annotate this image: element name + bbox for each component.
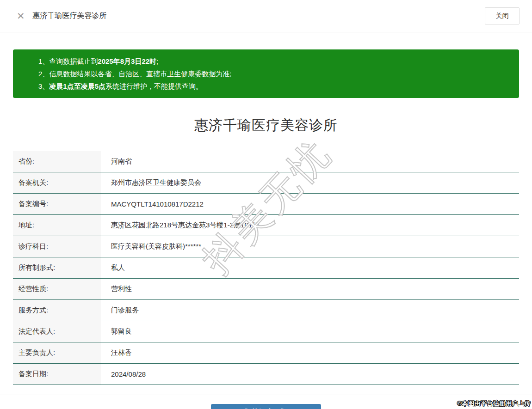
- row-label: 备案编号:: [13, 194, 101, 215]
- table-row: 法定代表人:郭留良: [13, 321, 519, 342]
- table-row: 服务方式:门诊服务: [13, 300, 519, 321]
- footer-divider: [0, 395, 532, 395]
- row-label: 备案机关:: [13, 172, 101, 194]
- row-value: 私人: [101, 257, 519, 279]
- notice-box: 1、查询数据截止到2025年8月3日22时; 2、信息数据结果以各省、自治区、直…: [13, 49, 519, 98]
- notice-line-3-bold: 凌晨1点至凌晨5点: [49, 82, 105, 90]
- clinic-title: 惠济千瑜医疗美容诊所: [0, 116, 532, 135]
- table-row: 主要负责人:汪林香: [13, 342, 519, 364]
- row-label: 经营性质:: [13, 279, 101, 300]
- table-row: 备案机关:郑州市惠济区卫生健康委员会: [13, 172, 519, 194]
- close-window-button[interactable]: 〖关闭窗口〗: [211, 404, 321, 409]
- notice-line-1: 1、查询数据截止到2025年8月3日22时;: [38, 55, 510, 67]
- row-label: 主要负责人:: [13, 342, 101, 364]
- row-value: 郭留良: [101, 321, 519, 342]
- row-value: 汪林香: [101, 342, 519, 364]
- table-row: 备案日期:2024/08/28: [13, 364, 519, 385]
- window-header: ✕ 惠济千瑜医疗美容诊所 关闭: [0, 0, 532, 32]
- close-icon[interactable]: ✕: [17, 11, 25, 21]
- notice-line-1-text: 1、查询数据截止到: [38, 57, 98, 65]
- row-value: 2024/08/28: [101, 364, 519, 385]
- row-label: 法定代表人:: [13, 321, 101, 342]
- table-row: 经营性质:营利性: [13, 279, 519, 300]
- row-value: 营利性: [101, 279, 519, 300]
- notice-line-1-bold: 2025年8月3日22时: [98, 57, 156, 65]
- row-label: 所有制形式:: [13, 257, 101, 279]
- row-label: 诊疗科目:: [13, 236, 101, 257]
- close-button[interactable]: 关闭: [485, 7, 520, 24]
- notice-line-2-text: 2、信息数据结果以各省、自治区、直辖市卫生健康委数据为准;: [38, 70, 232, 78]
- table-row: 地址:惠济区花园北路218号惠达金苑3号楼1-2层101号: [13, 215, 519, 236]
- row-value: 门诊服务: [101, 300, 519, 321]
- row-value: 河南省: [101, 151, 519, 172]
- row-label: 备案日期:: [13, 364, 101, 385]
- row-value: 郑州市惠济区卫生健康委员会: [101, 172, 519, 194]
- row-label: 地址:: [13, 215, 101, 236]
- row-label: 服务方式:: [13, 300, 101, 321]
- notice-line-3-text: 3、: [38, 82, 49, 90]
- notice-line-2: 2、信息数据结果以各省、自治区、直辖市卫生健康委数据为准;: [38, 67, 510, 80]
- row-value: 医疗美容科(美容皮肤科)******: [101, 236, 519, 257]
- table-row: 诊疗科目:医疗美容科(美容皮肤科)******: [13, 236, 519, 257]
- table-row: 省份:河南省: [13, 151, 519, 172]
- info-table: 省份:河南省 备案机关:郑州市惠济区卫生健康委员会 备案编号:MACYQTLT1…: [13, 151, 519, 385]
- table-row: 所有制形式:私人: [13, 257, 519, 279]
- notice-line-3: 3、凌晨1点至凌晨5点系统进行维护，不能提供查询。: [38, 80, 510, 92]
- notice-line-1-suffix: ;: [156, 57, 158, 65]
- window-title: 惠济千瑜医疗美容诊所: [33, 11, 107, 21]
- row-label: 省份:: [13, 151, 101, 172]
- table-row: 备案编号:MACYQTLT141010817D2212: [13, 194, 519, 215]
- footer-button-area: 〖关闭窗口〗: [0, 404, 532, 409]
- copyright-label: ©本图由平台注册用户上传: [457, 399, 531, 408]
- row-value: MACYQTLT141010817D2212: [101, 194, 519, 215]
- notice-line-3-suffix: 系统进行维护，不能提供查询。: [105, 82, 203, 90]
- row-value: 惠济区花园北路218号惠达金苑3号楼1-2层101号: [101, 215, 519, 236]
